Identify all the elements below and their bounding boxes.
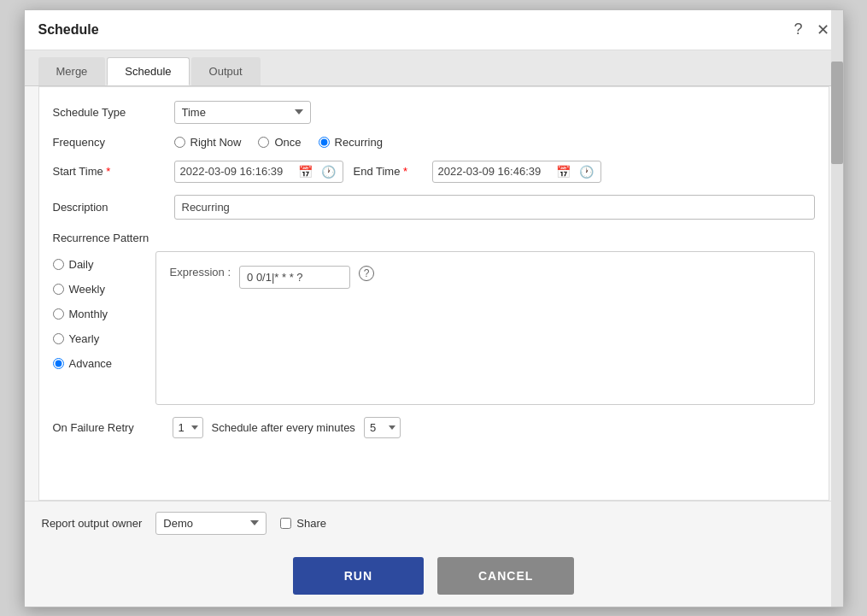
frequency-label: Frequency — [53, 136, 164, 149]
end-time-input: 2022-03-09 16:46:39 📅 🕐 — [432, 161, 601, 183]
help-icon[interactable]: ? — [794, 21, 802, 38]
frequency-options: Right Now Once Recurring — [174, 136, 383, 149]
description-row: Description Recurring — [53, 195, 815, 220]
expression-help-icon[interactable]: ? — [359, 266, 374, 281]
schedule-type-row: Schedule Type Time Event — [53, 101, 815, 124]
tab-output[interactable]: Output — [191, 57, 261, 85]
description-label: Description — [53, 201, 164, 214]
radio-advance[interactable] — [53, 358, 64, 369]
expression-panel: Expression : 0 0/1|* * * ? ? — [155, 251, 815, 405]
scrollbar[interactable] — [831, 10, 843, 607]
recurrence-body: Daily Weekly Monthly Yearly — [53, 251, 815, 405]
schedule-type-label: Schedule Type — [53, 106, 164, 119]
cancel-button[interactable]: CANCEL — [437, 557, 574, 595]
dialog-title: Schedule — [38, 22, 99, 38]
share-row: Share — [280, 517, 326, 530]
end-time-label: End Time — [354, 165, 422, 178]
recurrence-label: Recurrence Pattern — [53, 232, 815, 244]
start-time-clock-icon[interactable]: 🕐 — [319, 165, 337, 179]
schedule-type-select[interactable]: Time Event — [174, 101, 311, 124]
run-button[interactable]: RUN — [293, 557, 424, 595]
frequency-row: Frequency Right Now Once Recurring — [53, 136, 815, 149]
recurrence-section: Recurrence Pattern Daily Weekly — [53, 232, 815, 405]
frequency-once[interactable]: Once — [258, 136, 301, 149]
share-label: Share — [296, 517, 326, 530]
start-time-calendar-icon[interactable]: 📅 — [296, 165, 314, 179]
frequency-recurring[interactable]: Recurring — [319, 136, 383, 149]
start-time-input: 2022-03-09 16:16:39 📅 🕐 — [174, 161, 343, 183]
radio-monthly[interactable] — [53, 308, 64, 320]
recurrence-options: Daily Weekly Monthly Yearly — [53, 251, 155, 405]
retry-count-select[interactable]: 1 2 3 — [173, 417, 203, 438]
time-row: Start Time 2022-03-09 16:16:39 📅 🕐 End T… — [53, 161, 815, 183]
radio-right-now[interactable] — [174, 137, 185, 148]
end-time-calendar-icon[interactable]: 📅 — [554, 165, 572, 179]
close-icon[interactable]: ✕ — [817, 21, 829, 39]
recurrence-daily[interactable]: Daily — [53, 258, 155, 271]
start-time-field[interactable]: 2022-03-09 16:16:39 — [180, 165, 291, 178]
radio-yearly[interactable] — [53, 333, 64, 344]
frequency-right-now[interactable]: Right Now — [174, 136, 242, 149]
end-time-field[interactable]: 2022-03-09 16:46:39 — [438, 165, 549, 178]
radio-weekly[interactable] — [53, 284, 64, 295]
tab-schedule[interactable]: Schedule — [107, 57, 189, 85]
action-bar: RUN CANCEL — [25, 545, 843, 607]
bottom-bar: Report output owner Demo Admin Share — [25, 501, 843, 545]
start-time-label: Start Time — [53, 165, 164, 178]
retry-minutes-select[interactable]: 5 10 15 30 — [364, 417, 401, 438]
tab-content-schedule: Schedule Type Time Event Frequency Right… — [38, 86, 829, 501]
failure-retry-label: On Failure Retry — [53, 421, 164, 434]
radio-once[interactable] — [258, 137, 269, 148]
expression-input[interactable]: 0 0/1|* * * ? — [239, 266, 350, 289]
recurrence-monthly[interactable]: Monthly — [53, 308, 155, 320]
expression-label: Expression : — [170, 266, 231, 279]
share-checkbox[interactable] — [280, 518, 291, 529]
end-time-clock-icon[interactable]: 🕐 — [577, 165, 595, 179]
title-bar: Schedule ? ✕ — [25, 10, 843, 50]
radio-recurring[interactable] — [319, 137, 330, 148]
recurrence-yearly[interactable]: Yearly — [53, 332, 155, 345]
scrollbar-thumb[interactable] — [831, 62, 843, 164]
recurrence-advance[interactable]: Advance — [53, 357, 155, 370]
report-output-owner-select[interactable]: Demo Admin — [155, 512, 267, 535]
report-output-owner-label: Report output owner — [42, 517, 143, 530]
tab-merge[interactable]: Merge — [38, 57, 106, 85]
minutes-label: Schedule after every minutes — [212, 421, 355, 434]
description-input[interactable]: Recurring — [174, 195, 815, 220]
failure-retry-row: On Failure Retry 1 2 3 Schedule after ev… — [53, 417, 815, 438]
recurrence-weekly[interactable]: Weekly — [53, 283, 155, 296]
radio-daily[interactable] — [53, 259, 64, 270]
tab-bar: Merge Schedule Output — [25, 50, 843, 86]
